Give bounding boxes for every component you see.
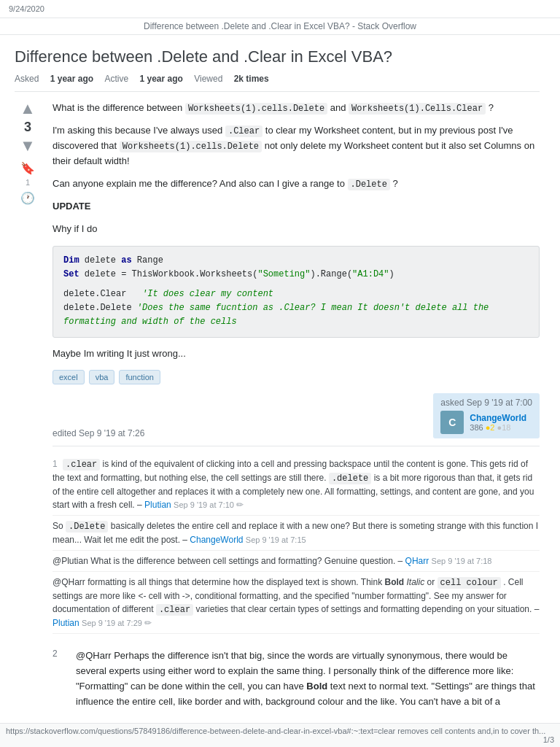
- user-card: asked Sep 9 '19 at 7:00 C ChangeWorld 38…: [433, 393, 540, 438]
- code-line-3: delete.Clear 'It does clear my content: [63, 287, 529, 301]
- user-info: ChangeWorld 386 ●2 ●18: [470, 413, 526, 432]
- comment-1-user[interactable]: Plutian: [144, 500, 171, 510]
- comment-2-user[interactable]: ChangeWorld: [190, 535, 243, 545]
- page-title-bar: Difference between .Delete and .Clear in…: [0, 18, 560, 35]
- page-title: Difference between .Delete and .Clear in…: [144, 21, 416, 31]
- comment-4-user[interactable]: Plutian: [52, 618, 79, 628]
- reputation: 386 ●2 ●18: [470, 423, 526, 432]
- comment4-code-color: cell colour: [438, 577, 501, 589]
- gold-badge: ●2: [486, 423, 495, 432]
- content-area: What is the difference between Worksheet…: [52, 101, 540, 724]
- paragraph-3: Can anyone explain me the difference? An…: [52, 177, 540, 192]
- answer-number-2: 2: [52, 649, 64, 715]
- vote-count: 3: [24, 120, 31, 135]
- why-label: Why if I do: [52, 222, 540, 237]
- tag-function[interactable]: function: [119, 370, 160, 384]
- comment2-code-delete: .Delete: [66, 521, 108, 533]
- code-worksheets-delete: Worksheets(1).cells.Delete: [185, 103, 327, 115]
- user-card-inner: C ChangeWorld 386 ●2 ●18: [440, 411, 532, 434]
- comment-1: 1 .clear is kind of the equivalent of cl…: [52, 454, 540, 516]
- viewed-label: Viewed 2k times: [194, 74, 269, 84]
- tag-excel[interactable]: excel: [52, 370, 85, 384]
- update-label: UPDATE: [52, 199, 540, 214]
- silver-badge: ●18: [497, 423, 511, 432]
- vote-section: ▲ 3 ▼ 🔖 1 🕐: [15, 101, 41, 724]
- question-meta: Asked 1 year ago Active 1 year ago Viewe…: [15, 74, 540, 92]
- bookmark-icon[interactable]: 🔖: [20, 161, 35, 175]
- code-line-2: Set delete = ThisWorkbook.Worksheets("So…: [63, 268, 529, 282]
- answer-content-2: @QHarr Perhaps the difference isn't that…: [76, 649, 540, 715]
- code-block: Dim delete as Range Set delete = ThisWor…: [52, 246, 540, 338]
- code-delete-range: .Delete: [348, 179, 390, 190]
- bottom-url: https://stackoverflow.com/questions/5784…: [6, 727, 545, 735]
- comment-4: @QHarr formatting is all things that det…: [52, 572, 540, 634]
- avatar: C: [440, 411, 464, 434]
- bottom-bar: https://stackoverflow.com/questions/5784…: [0, 723, 560, 735]
- history-icon[interactable]: 🕐: [20, 191, 35, 205]
- active-label: Active 1 year ago: [104, 74, 185, 84]
- asked-label: Asked 1 year ago: [15, 74, 96, 84]
- username[interactable]: ChangeWorld: [470, 413, 526, 423]
- code-worksheets-clear: Worksheets(1).Cells.Clear: [349, 103, 486, 115]
- answer-item-2: 2 @QHarr Perhaps the difference isn't th…: [52, 641, 540, 723]
- browser-date: 9/24/2020: [0, 0, 560, 18]
- tag-vba[interactable]: vba: [89, 370, 115, 384]
- date-label: 9/24/2020: [9, 4, 44, 13]
- edit-icon-4[interactable]: ✏: [144, 618, 152, 628]
- tags-area: excel vba function: [52, 370, 540, 384]
- downvote-button[interactable]: ▼: [20, 138, 36, 154]
- question-body: ▲ 3 ▼ 🔖 1 🕐 What is the difference betwe…: [15, 101, 540, 724]
- comment4-code-clear: .clear: [156, 604, 193, 616]
- comment-code-clear: .clear: [63, 459, 100, 471]
- question-title: Difference between .Delete and .Clear in…: [15, 47, 540, 68]
- main-content: Difference between .Delete and .Clear in…: [0, 35, 554, 735]
- comment-code-delete: .delete: [329, 473, 371, 484]
- paragraph-1: What is the difference between Worksheet…: [52, 101, 540, 116]
- code-cells-delete: Worksheets(1).cells.Delete: [120, 141, 262, 152]
- comment-2: So .Delete basically deletes the entire …: [52, 516, 540, 551]
- code-line-1: Dim delete as Range: [63, 254, 529, 268]
- comment-3: @Plutian What is the difference between …: [52, 551, 540, 572]
- comments-section: 1 .clear is kind of the equivalent of cl…: [52, 446, 540, 634]
- code-line-4: delete.Delete 'Does the same fucntion as…: [63, 301, 529, 329]
- edit-icon-1[interactable]: ✏: [236, 500, 244, 510]
- paragraph-4: Maybe Im writing It just wrong...: [52, 347, 540, 362]
- upvote-button[interactable]: ▲: [20, 101, 36, 117]
- code-clear: .Clear: [225, 125, 262, 137]
- bookmark-count: 1: [26, 178, 30, 187]
- post-footer: edited Sep 9 '19 at 7:26 asked Sep 9 '19…: [52, 393, 540, 438]
- comment-3-user[interactable]: QHarr: [405, 556, 429, 566]
- edited-info: edited Sep 9 '19 at 7:26: [52, 428, 144, 438]
- answer-section: 2 @QHarr Perhaps the difference isn't th…: [52, 641, 540, 723]
- paragraph-2: I'm asking this because I've always used…: [52, 123, 540, 169]
